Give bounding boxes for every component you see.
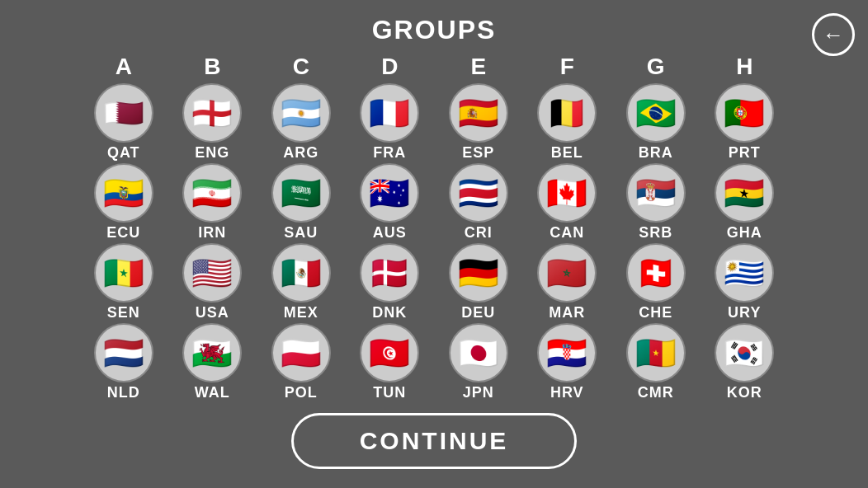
team-cell-hrv[interactable]: 🇭🇷HRV (528, 323, 606, 401)
flag-can: 🇨🇦 (537, 163, 597, 223)
flag-fra: 🇫🇷 (360, 83, 419, 143)
team-cell-pol[interactable]: 🇵🇱POL (262, 323, 340, 401)
team-code-pol: POL (285, 384, 318, 401)
flag-usa: 🇺🇸 (182, 243, 242, 303)
page-title: GROUPS (372, 15, 497, 45)
flag-cri: 🇨🇷 (449, 163, 508, 223)
flag-tun: 🇹🇳 (360, 323, 419, 382)
team-code-gha: GHA (727, 224, 762, 242)
team-code-fra: FRA (373, 144, 406, 162)
team-code-sau: SAU (284, 224, 318, 242)
continue-button[interactable]: CONTINUE (291, 413, 578, 469)
flag-pol: 🇵🇱 (271, 323, 331, 382)
team-cell-bel[interactable]: 🇧🇪BEL (528, 83, 606, 162)
group-header-h: H (705, 54, 784, 80)
team-cell-srb[interactable]: 🇷🇸SRB (616, 163, 695, 242)
team-cell-can[interactable]: 🇨🇦CAN (528, 163, 606, 242)
team-cell-usa[interactable]: 🇺🇸USA (173, 243, 252, 321)
flag-eng: 🏴󠁧󠁢󠁥󠁮󠁧󠁿 (182, 83, 242, 143)
team-cell-esp[interactable]: 🇪🇸ESP (439, 83, 517, 162)
team-code-deu: DEU (461, 304, 495, 321)
grid-row-2: 🇪🇨ECU🇮🇷IRN🇸🇦SAU🇦🇺AUS🇨🇷CRI🇨🇦CAN🇷🇸SRB🇬🇭GHA (79, 163, 789, 242)
team-code-aus: AUS (373, 224, 407, 242)
team-cell-jpn[interactable]: 🇯🇵JPN (439, 323, 517, 401)
flag-irn: 🇮🇷 (182, 163, 242, 223)
group-header-c: C (262, 54, 340, 80)
flag-bra: 🇧🇷 (626, 83, 686, 143)
group-header-e: E (439, 54, 517, 80)
team-code-wal: WAL (195, 384, 230, 401)
team-cell-qat[interactable]: 🇶🇦QAT (84, 83, 163, 162)
team-cell-cmr[interactable]: 🇨🇲CMR (616, 323, 695, 401)
team-cell-bra[interactable]: 🇧🇷BRA (616, 83, 695, 162)
team-cell-mex[interactable]: 🇲🇽MEX (262, 243, 340, 321)
flag-arg: 🇦🇷 (271, 83, 331, 143)
team-code-can: CAN (550, 224, 584, 242)
team-cell-fra[interactable]: 🇫🇷FRA (351, 83, 429, 162)
flag-nld: 🇳🇱 (94, 323, 153, 382)
flag-che: 🇨🇭 (626, 243, 686, 303)
group-header-a: A (84, 54, 163, 80)
team-cell-irn[interactable]: 🇮🇷IRN (173, 163, 252, 242)
team-cell-eng[interactable]: 🏴󠁧󠁢󠁥󠁮󠁧󠁿ENG (173, 83, 252, 162)
flag-ecu: 🇪🇨 (94, 163, 153, 223)
team-code-che: CHE (639, 304, 672, 321)
team-code-bel: BEL (551, 144, 583, 162)
team-code-mex: MEX (284, 304, 318, 321)
flag-gha: 🇬🇭 (715, 163, 774, 223)
flag-srb: 🇷🇸 (626, 163, 686, 223)
flag-mar: 🇲🇦 (537, 243, 597, 303)
group-header-f: F (528, 54, 606, 80)
flag-jpn: 🇯🇵 (449, 323, 508, 382)
team-cell-tun[interactable]: 🇹🇳TUN (351, 323, 429, 401)
team-cell-gha[interactable]: 🇬🇭GHA (705, 163, 784, 242)
team-cell-kor[interactable]: 🇰🇷KOR (705, 323, 784, 401)
team-cell-che[interactable]: 🇨🇭CHE (616, 243, 695, 321)
team-cell-ecu[interactable]: 🇪🇨ECU (84, 163, 163, 242)
team-cell-ury[interactable]: 🇺🇾URY (705, 243, 784, 321)
team-cell-dnk[interactable]: 🇩🇰DNK (351, 243, 429, 321)
team-code-usa: USA (196, 304, 229, 321)
team-code-prt: PRT (729, 144, 761, 162)
team-code-esp: ESP (462, 144, 494, 162)
team-cell-wal[interactable]: 🏴󠁧󠁢󠁷󠁬󠁳󠁿WAL (173, 323, 252, 401)
team-code-ury: URY (728, 304, 761, 321)
team-code-nld: NLD (107, 384, 140, 401)
team-code-srb: SRB (639, 224, 672, 242)
team-code-ecu: ECU (106, 224, 140, 242)
team-cell-aus[interactable]: 🇦🇺AUS (351, 163, 429, 242)
team-cell-cri[interactable]: 🇨🇷CRI (439, 163, 517, 242)
flag-kor: 🇰🇷 (715, 323, 774, 382)
flag-dnk: 🇩🇰 (360, 243, 419, 303)
team-cell-prt[interactable]: 🇵🇹PRT (705, 83, 784, 162)
team-cell-deu[interactable]: 🇩🇪DEU (439, 243, 517, 321)
team-code-irn: IRN (198, 224, 226, 242)
flag-mex: 🇲🇽 (271, 243, 331, 303)
team-code-dnk: DNK (372, 304, 407, 321)
team-code-arg: ARG (283, 144, 318, 162)
team-cell-sau[interactable]: 🇸🇦SAU (262, 163, 340, 242)
team-code-eng: ENG (195, 144, 229, 162)
team-code-hrv: HRV (550, 384, 584, 401)
flag-hrv: 🇭🇷 (537, 323, 597, 382)
group-headers: ABCDEFGH (79, 54, 789, 80)
team-code-qat: QAT (107, 144, 140, 162)
flag-deu: 🇩🇪 (449, 243, 508, 303)
team-code-cmr: CMR (638, 384, 674, 401)
flag-aus: 🇦🇺 (360, 163, 419, 223)
team-code-bra: BRA (639, 144, 673, 162)
team-cell-sen[interactable]: 🇸🇳SEN (84, 243, 163, 321)
team-code-jpn: JPN (463, 384, 494, 401)
groups-grid: 🇶🇦QAT🏴󠁧󠁢󠁥󠁮󠁧󠁿ENG🇦🇷ARG🇫🇷FRA🇪🇸ESP🇧🇪BEL🇧🇷BRA… (79, 83, 789, 401)
team-cell-nld[interactable]: 🇳🇱NLD (84, 323, 163, 401)
team-cell-mar[interactable]: 🇲🇦MAR (528, 243, 606, 321)
team-code-cri: CRI (465, 224, 493, 242)
flag-sau: 🇸🇦 (271, 163, 331, 223)
flag-prt: 🇵🇹 (715, 83, 774, 143)
group-header-g: G (616, 54, 695, 80)
team-code-mar: MAR (549, 304, 585, 321)
back-button[interactable]: ← (812, 13, 855, 56)
team-cell-arg[interactable]: 🇦🇷ARG (262, 83, 340, 162)
flag-sen: 🇸🇳 (94, 243, 153, 303)
grid-row-4: 🇳🇱NLD🏴󠁧󠁢󠁷󠁬󠁳󠁿WAL🇵🇱POL🇹🇳TUN🇯🇵JPN🇭🇷HRV🇨🇲CMR… (79, 323, 789, 401)
